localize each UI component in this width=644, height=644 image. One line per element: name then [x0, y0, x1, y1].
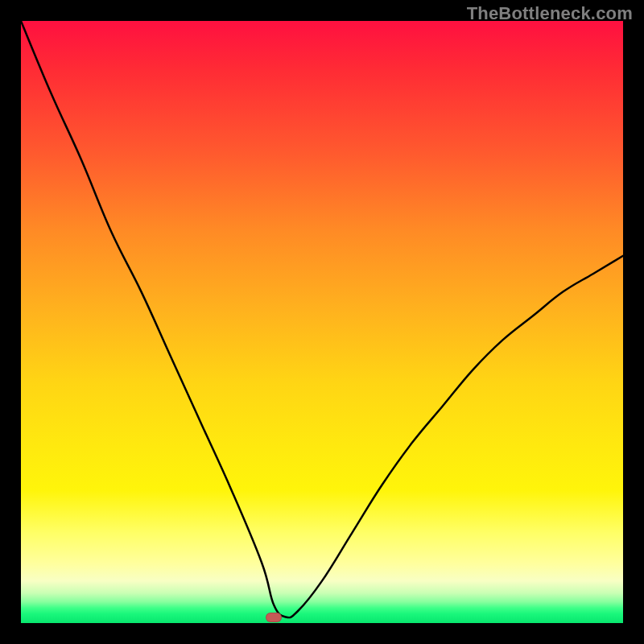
curve-path — [21, 21, 623, 617]
plot-area — [21, 21, 623, 623]
chart-frame: TheBottleneck.com — [0, 0, 644, 644]
bottleneck-curve — [21, 21, 623, 623]
optimal-marker — [266, 613, 282, 622]
watermark-text: TheBottleneck.com — [467, 3, 633, 24]
